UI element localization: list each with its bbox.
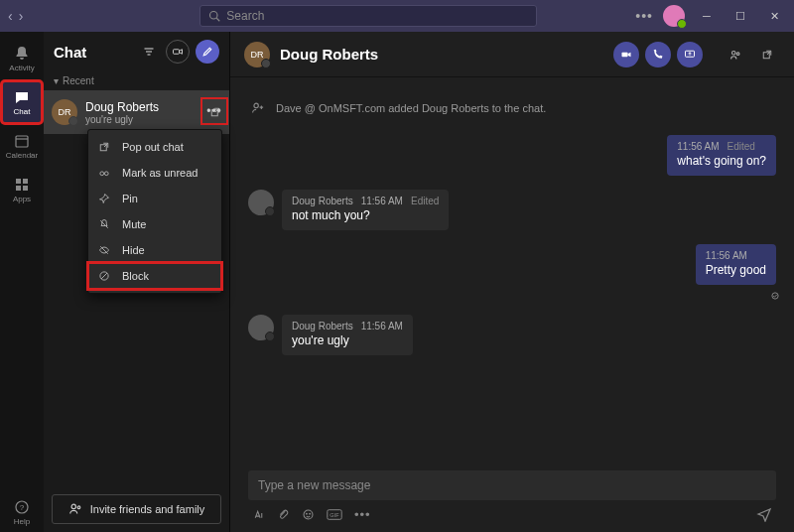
header-avatar: DR [244, 42, 270, 67]
svg-text:GIF: GIF [330, 511, 339, 517]
popout-icon [98, 141, 112, 153]
svg-point-16 [77, 506, 80, 509]
menu-popout[interactable]: Pop out chat [88, 134, 221, 160]
app-rail: Activity Chat Calendar Apps ? Help [0, 32, 44, 532]
apps-icon [14, 177, 30, 193]
menu-mark-unread[interactable]: Mark as unread [88, 160, 221, 186]
svg-rect-6 [16, 186, 21, 191]
menu-hide[interactable]: Hide [88, 237, 221, 263]
titlebar: ‹ › Search ••• ─ ☐ ✕ [0, 0, 794, 32]
svg-rect-4 [16, 179, 21, 184]
mute-icon [98, 218, 112, 230]
system-message: Dave @ OnMSFT.com added Doug Roberts to … [248, 99, 776, 117]
search-placeholder: Search [226, 9, 264, 23]
format-icon[interactable] [252, 508, 265, 521]
svg-point-27 [736, 52, 739, 55]
chat-item-preview: you're ugly [85, 114, 201, 125]
avatar: DR [52, 99, 77, 125]
attach-icon[interactable] [277, 508, 290, 521]
rail-apps[interactable]: Apps [2, 169, 42, 210]
person-add-icon [248, 99, 266, 117]
search-input[interactable]: Search [199, 5, 537, 27]
hide-icon [98, 244, 112, 256]
meet-now-button[interactable] [166, 40, 190, 64]
message-row: 11:56 AMEdited what's going on? [248, 135, 776, 176]
svg-point-26 [732, 51, 736, 55]
message-row: Doug Roberts11:56 AMEdited not much you? [248, 190, 776, 230]
message-composer: Type a new message GIF ••• [230, 463, 794, 532]
svg-point-31 [304, 510, 313, 519]
message-bubble-in[interactable]: Doug Roberts11:56 AMEdited not much you? [282, 190, 449, 230]
svg-rect-5 [23, 179, 28, 184]
filter-icon[interactable] [138, 41, 160, 63]
read-receipt-icon [770, 291, 780, 301]
pin-icon [98, 193, 112, 204]
menu-block[interactable]: Block [88, 263, 221, 289]
rail-chat[interactable]: Chat [2, 81, 42, 123]
maximize-button[interactable]: ☐ [728, 4, 752, 28]
more-tools-icon[interactable]: ••• [354, 507, 371, 522]
chat-header: DR Doug Roberts [230, 32, 794, 77]
more-icon[interactable]: ••• [635, 8, 653, 24]
message-list: Dave @ OnMSFT.com added Doug Roberts to … [230, 77, 794, 463]
svg-line-23 [101, 273, 107, 279]
video-call-button[interactable] [613, 42, 639, 67]
glasses-icon [98, 167, 112, 179]
svg-point-33 [310, 513, 311, 514]
message-bubble-in[interactable]: Doug Roberts11:56 AM you're ugly [282, 315, 413, 355]
more-horizontal-icon: ••• [206, 104, 222, 118]
rail-calendar[interactable]: Calendar [2, 125, 42, 167]
menu-mute[interactable]: Mute [88, 211, 221, 237]
gif-icon[interactable]: GIF [327, 508, 342, 521]
popout-button[interactable] [754, 42, 780, 67]
audio-call-button[interactable] [645, 42, 671, 67]
svg-text:?: ? [20, 503, 25, 512]
message-avatar [248, 190, 274, 215]
help-icon: ? [14, 499, 30, 515]
send-button[interactable] [756, 506, 772, 522]
chat-icon [14, 89, 30, 105]
bell-icon [14, 46, 30, 62]
message-bubble-out[interactable]: 11:56 AMEdited what's going on? [667, 135, 776, 176]
svg-point-29 [254, 103, 258, 107]
nav-back-icon[interactable]: ‹ [8, 8, 13, 24]
message-input[interactable]: Type a new message [248, 470, 776, 500]
screen-share-button[interactable] [677, 42, 703, 67]
svg-point-19 [104, 172, 108, 176]
message-bubble-out[interactable]: 11:56 AM Pretty good [696, 244, 776, 285]
emoji-icon[interactable] [302, 508, 315, 521]
svg-rect-13 [174, 50, 180, 55]
chat-item-more-button[interactable]: ••• [201, 98, 227, 124]
block-icon [98, 270, 112, 282]
menu-pin[interactable]: Pin [88, 186, 221, 211]
people-add-icon [68, 502, 82, 516]
close-button[interactable]: ✕ [762, 4, 786, 28]
message-row: Doug Roberts11:56 AM you're ugly [248, 315, 776, 355]
svg-point-32 [306, 513, 307, 514]
chat-item-name: Doug Roberts [85, 100, 201, 114]
chat-list-item[interactable]: DR Doug Roberts you're ugly ••• [44, 90, 229, 134]
svg-point-15 [71, 504, 75, 508]
sidebar-section-recent[interactable]: ▾Recent [44, 71, 229, 90]
svg-rect-24 [622, 52, 628, 57]
profile-avatar[interactable] [663, 5, 685, 27]
invite-friends-button[interactable]: Invite friends and family [52, 494, 221, 524]
svg-line-1 [217, 18, 220, 21]
search-icon [208, 10, 220, 22]
rail-help[interactable]: ? Help [2, 492, 42, 532]
minimize-button[interactable]: ─ [695, 4, 719, 28]
chat-context-menu: Pop out chat Mark as unread Pin Mute Hid… [87, 129, 222, 294]
message-row: 11:56 AM Pretty good [248, 244, 776, 301]
chat-content: DR Doug Roberts Dave @ OnMSFT.com added … [230, 32, 794, 532]
nav-forward-icon[interactable]: › [19, 8, 24, 24]
calendar-icon [14, 133, 30, 149]
message-avatar [248, 315, 274, 340]
chat-header-name: Doug Roberts [280, 46, 603, 63]
svg-point-0 [210, 12, 218, 20]
compose-button[interactable] [196, 40, 219, 64]
svg-point-18 [100, 172, 104, 176]
sidebar-title: Chat [54, 44, 132, 61]
svg-rect-7 [23, 186, 28, 191]
people-button[interactable] [723, 42, 748, 67]
rail-activity[interactable]: Activity [2, 38, 42, 79]
